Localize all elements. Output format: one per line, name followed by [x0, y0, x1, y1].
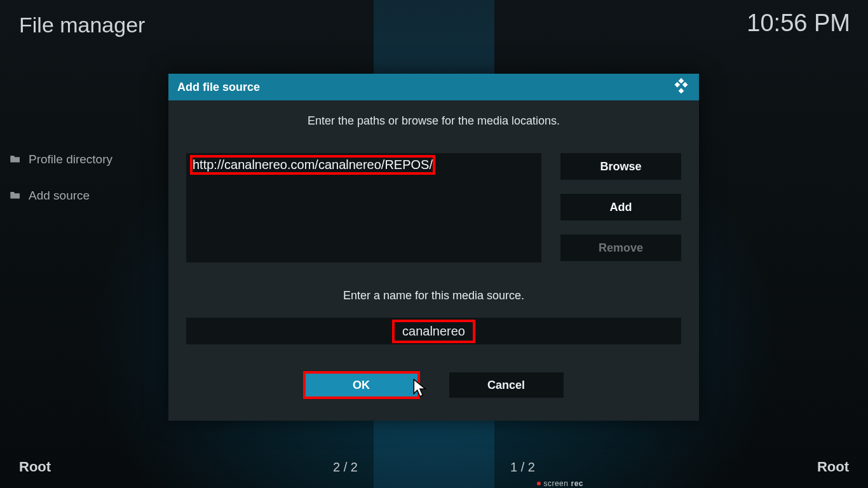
screenrec-badge: screenrec: [537, 479, 583, 488]
footer-right-label: Root: [581, 459, 868, 475]
add-button[interactable]: Add: [560, 194, 681, 220]
footer-left-label: Root: [0, 459, 287, 475]
sidebar-item-profile-directory[interactable]: Profile directory: [10, 152, 156, 166]
name-instruction: Enter a name for this media source.: [186, 289, 681, 302]
clock: 10:56 PM: [747, 10, 850, 37]
screenrec-suffix: rec: [571, 479, 583, 488]
path-list[interactable]: http://canalnereo.com/canalnereo/REPOS/: [186, 153, 541, 262]
dialog-title: Add file source: [177, 81, 260, 94]
kodi-logo-icon: [672, 77, 690, 98]
sidebar-item-label: Add source: [29, 189, 90, 203]
sidebar-item-add-source[interactable]: Add source: [10, 189, 156, 203]
browse-button[interactable]: Browse: [560, 153, 681, 180]
footer-counter-right: 1 / 2: [510, 460, 535, 475]
dialog-header: Add file source: [168, 74, 699, 100]
folder-icon: [10, 152, 21, 166]
sidebar: Profile directory Add source: [10, 152, 156, 225]
record-dot-icon: [537, 482, 541, 485]
source-name-value: canalnereo: [395, 322, 473, 341]
screenrec-brand: screen: [543, 479, 568, 488]
cancel-button[interactable]: Cancel: [449, 372, 564, 398]
footer: Root 2 / 2 1 / 2 Root: [0, 459, 868, 475]
add-file-source-dialog: Add file source Enter the paths or brows…: [168, 74, 699, 421]
page-title: File manager: [19, 13, 145, 37]
source-name-input[interactable]: canalnereo: [186, 318, 681, 344]
path-instruction: Enter the paths or browse for the media …: [186, 114, 681, 128]
folder-icon: [10, 189, 21, 203]
path-entry[interactable]: http://canalnereo.com/canalnereo/REPOS/: [193, 158, 433, 172]
sidebar-item-label: Profile directory: [29, 152, 112, 166]
ok-button[interactable]: OK: [304, 372, 419, 398]
remove-button: Remove: [560, 234, 681, 261]
footer-counter-left: 2 / 2: [333, 460, 358, 475]
